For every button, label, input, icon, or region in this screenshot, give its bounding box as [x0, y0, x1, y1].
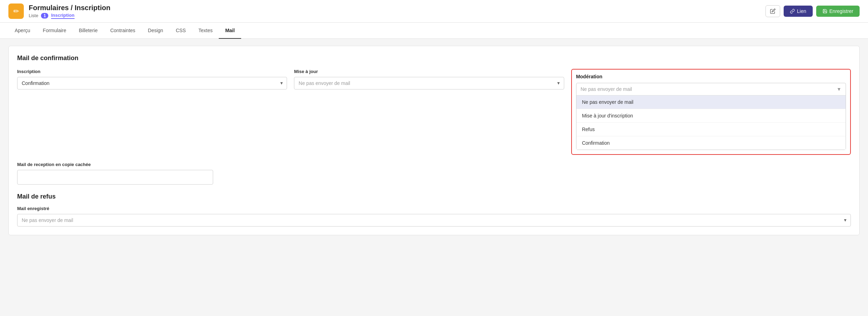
liste-label[interactable]: Liste [29, 13, 38, 18]
breadcrumb-title: Formulaires / Inscription [29, 4, 110, 12]
enregistrer-button[interactable]: Enregistrer [816, 6, 860, 17]
inscription-select-wrapper: Confirmation Ne pas envoyer de mail ▼ [17, 77, 287, 89]
tab-css[interactable]: CSS [169, 23, 192, 39]
moderation-selected-text: Ne pas envoyer de mail [581, 86, 632, 92]
bcc-label: Mail de reception en copie cachée [17, 162, 851, 167]
inscription-select[interactable]: Confirmation Ne pas envoyer de mail [17, 77, 287, 89]
enregistrer-label: Enregistrer [830, 8, 853, 14]
header-left: ✏ Formulaires / Inscription Liste 1 Insc… [8, 3, 110, 19]
lien-label: Lien [797, 8, 806, 14]
tab-design[interactable]: Design [142, 23, 170, 39]
tab-formulaire[interactable]: Formulaire [36, 23, 72, 39]
header-right: Lien Enregistrer [765, 5, 860, 17]
moderation-dropdown[interactable]: Ne pas envoyer de mail ▼ Ne pas envoyer … [576, 83, 846, 150]
inscription-field-group: Inscription Confirmation Ne pas envoyer … [17, 69, 287, 89]
mail-confirmation-title: Mail de confirmation [17, 55, 851, 62]
moderation-selected[interactable]: Ne pas envoyer de mail ▼ [576, 83, 846, 95]
tab-billeterie[interactable]: Billeterie [72, 23, 104, 39]
mail-refus-section: Mail de refus Mail enregistré Ne pas env… [17, 193, 851, 227]
link-icon [790, 9, 795, 14]
edit-button[interactable] [765, 5, 780, 17]
moderation-option-update[interactable]: Mise à jour d'inscription [576, 109, 846, 123]
save-icon [822, 9, 827, 14]
inscription-label[interactable]: Inscription [51, 13, 74, 19]
breadcrumb-area: Formulaires / Inscription Liste 1 Inscri… [29, 4, 110, 19]
mise-a-jour-select-wrapper: Ne pas envoyer de mail Confirmation ▼ [294, 77, 564, 89]
moderation-option-refus[interactable]: Refus [576, 123, 846, 136]
moderation-chevron-icon: ▼ [836, 86, 841, 92]
main-content: Mail de confirmation Inscription Confirm… [0, 39, 868, 313]
bcc-field-group: Mail de reception en copie cachée [17, 162, 851, 185]
mail-enregistre-select-wrapper: Ne pas envoyer de mail Confirmation ▼ [17, 214, 851, 227]
app-icon: ✏ [8, 3, 24, 19]
moderation-label: Modération [576, 74, 846, 79]
breadcrumb-sub: Liste 1 Inscription [29, 13, 110, 19]
bcc-input[interactable] [17, 170, 213, 185]
inscription-label: Inscription [17, 69, 287, 74]
moderation-option-none[interactable]: Ne pas envoyer de mail [576, 95, 846, 109]
tabs-bar: Aperçu Formulaire Billeterie Contraintes… [0, 23, 868, 39]
mise-a-jour-label: Mise à jour [294, 69, 564, 74]
tab-apercu[interactable]: Aperçu [8, 23, 36, 39]
tab-mail[interactable]: Mail [219, 23, 241, 39]
liste-badge: 1 [41, 13, 48, 19]
edit-icon [770, 8, 776, 14]
mail-enregistre-label: Mail enregistré [17, 206, 851, 211]
moderation-dropdown-list: Ne pas envoyer de mail Mise à jour d'ins… [576, 95, 846, 150]
mail-refus-title: Mail de refus [17, 193, 851, 200]
lien-button[interactable]: Lien [784, 6, 812, 17]
header: ✏ Formulaires / Inscription Liste 1 Insc… [0, 0, 868, 23]
tab-contraintes[interactable]: Contraintes [104, 23, 142, 39]
fields-row-top: Inscription Confirmation Ne pas envoyer … [17, 69, 851, 155]
tab-textes[interactable]: Textes [192, 23, 219, 39]
mail-enregistre-select[interactable]: Ne pas envoyer de mail Confirmation [17, 214, 851, 227]
mail-card: Mail de confirmation Inscription Confirm… [8, 46, 860, 235]
moderation-field-group: Modération Ne pas envoyer de mail ▼ Ne p… [571, 69, 851, 155]
mise-a-jour-field-group: Mise à jour Ne pas envoyer de mail Confi… [294, 69, 564, 89]
moderation-option-confirmation[interactable]: Confirmation [576, 136, 846, 150]
mise-a-jour-select[interactable]: Ne pas envoyer de mail Confirmation [294, 77, 564, 89]
